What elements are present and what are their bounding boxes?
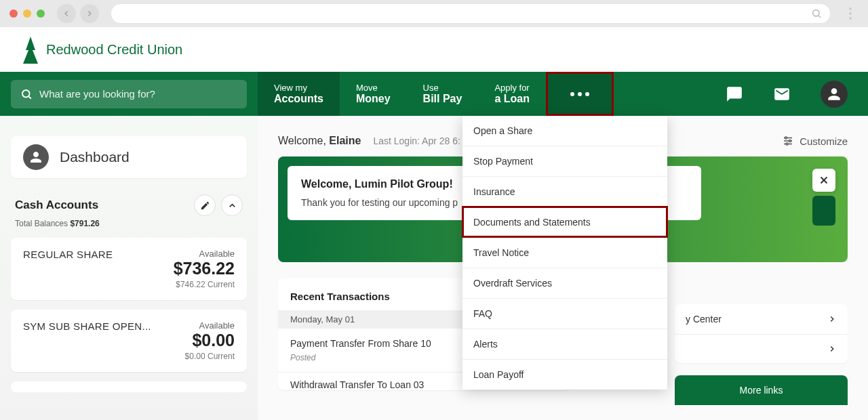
menu-open-share[interactable]: Open a Share: [462, 116, 667, 146]
total-balances: Total Balances $791.26: [11, 216, 247, 228]
account-card-sym[interactable]: SYM SUB SHARE OPEN... Available $0.00 $0…: [11, 310, 247, 372]
account-card-regular[interactable]: REGULAR SHARE Available $736.22 $746.22 …: [11, 238, 247, 300]
mail-icon[interactable]: [773, 85, 791, 103]
maximize-window-icon[interactable]: [37, 9, 45, 18]
nav-accounts[interactable]: View my Accounts: [258, 72, 340, 116]
dashboard-card[interactable]: Dashboard: [11, 136, 247, 178]
collapse-button[interactable]: [221, 194, 243, 216]
more-icon: [570, 92, 589, 96]
browser-back-button[interactable]: [57, 4, 76, 23]
account-name: SYM SUB SHARE OPEN...: [23, 320, 151, 332]
current-amount: $0.00 Current: [185, 352, 235, 361]
url-bar[interactable]: [111, 4, 830, 23]
svg-point-9: [786, 143, 788, 145]
menu-stop-payment[interactable]: Stop Payment: [462, 146, 667, 176]
link-item[interactable]: y Center: [675, 304, 848, 335]
site-search[interactable]: [11, 80, 247, 108]
chevron-right-icon: [827, 344, 837, 354]
last-login: Last Login: Apr 28 6:: [373, 135, 460, 146]
customize-button[interactable]: Customize: [782, 135, 848, 147]
content: Dashboard Cash Accounts Total Balances $…: [0, 116, 868, 420]
current-amount: $746.22 Current: [174, 280, 235, 289]
menu-overdraft-services[interactable]: Overdraft Services: [462, 268, 667, 298]
svg-point-7: [785, 137, 787, 139]
more-links-button[interactable]: More links: [675, 375, 848, 405]
main-nav: View my Accounts Move Money Use Bill Pay…: [0, 72, 868, 116]
svg-point-0: [813, 10, 819, 16]
available-label: Available: [174, 249, 235, 259]
link-item[interactable]: [675, 335, 848, 363]
banner-close-button[interactable]: [812, 169, 835, 192]
menu-loan-payoff[interactable]: Loan Payoff: [462, 359, 667, 390]
available-label: Available: [185, 320, 235, 331]
brand-name: Redwood Credit Union: [46, 42, 182, 58]
svg-line-1: [818, 16, 821, 18]
browser-chrome: [0, 0, 868, 27]
person-icon: [23, 144, 49, 170]
profile-avatar[interactable]: [821, 81, 848, 108]
sidebar: Dashboard Cash Accounts Total Balances $…: [0, 116, 258, 420]
close-window-icon[interactable]: [9, 9, 18, 18]
search-input[interactable]: [39, 88, 237, 100]
nav-arrows: [57, 4, 99, 23]
quick-links-panel: y Center More links: [675, 304, 848, 405]
nav-items: View my Accounts Move Money Use Bill Pay…: [258, 72, 614, 116]
link-list: y Center: [675, 304, 848, 363]
site-header: Redwood Credit Union: [0, 27, 868, 72]
browser-forward-button[interactable]: [80, 4, 99, 23]
account-name: REGULAR SHARE: [23, 249, 113, 260]
banner-cta-button[interactable]: [812, 196, 835, 226]
more-menu-dropdown: Open a Share Stop Payment Insurance Docu…: [462, 116, 667, 390]
chevron-right-icon: [827, 314, 837, 324]
menu-faq[interactable]: FAQ: [462, 298, 667, 329]
account-card-placeholder: [11, 381, 247, 392]
browser-menu-icon[interactable]: [842, 7, 859, 20]
menu-documents-statements[interactable]: Documents and Statements: [462, 207, 667, 237]
svg-line-3: [28, 96, 31, 98]
nav-more-button[interactable]: [546, 72, 614, 116]
traffic-lights: [9, 9, 45, 18]
search-icon: [20, 88, 33, 100]
close-icon: [818, 174, 830, 186]
search-icon: [811, 8, 822, 19]
nav-right-icons: [705, 72, 868, 116]
menu-alerts[interactable]: Alerts: [462, 329, 667, 359]
chat-icon[interactable]: [726, 85, 743, 103]
section-actions: [194, 194, 243, 216]
nav-bill-pay[interactable]: Use Bill Pay: [407, 72, 479, 116]
tree-icon: [20, 35, 41, 64]
nav-apply-loan[interactable]: Apply for a Loan: [478, 72, 546, 116]
available-amount: $736.22: [174, 259, 235, 278]
available-amount: $0.00: [185, 331, 235, 350]
svg-point-8: [789, 140, 791, 142]
transaction-status: Posted: [290, 353, 315, 362]
svg-point-2: [22, 90, 30, 98]
minimize-window-icon[interactable]: [23, 9, 31, 18]
cash-accounts-header: Cash Accounts: [11, 194, 247, 216]
welcome-text: Welcome, Elaine: [278, 135, 361, 147]
edit-button[interactable]: [194, 194, 216, 216]
sliders-icon: [782, 135, 794, 147]
menu-insurance[interactable]: Insurance: [462, 176, 667, 207]
section-title: Cash Accounts: [15, 198, 98, 212]
dashboard-title: Dashboard: [60, 149, 130, 165]
nav-move-money[interactable]: Move Money: [340, 72, 407, 116]
brand-logo[interactable]: Redwood Credit Union: [20, 35, 182, 64]
menu-travel-notice[interactable]: Travel Notice: [462, 237, 667, 268]
search-container: [0, 72, 258, 116]
